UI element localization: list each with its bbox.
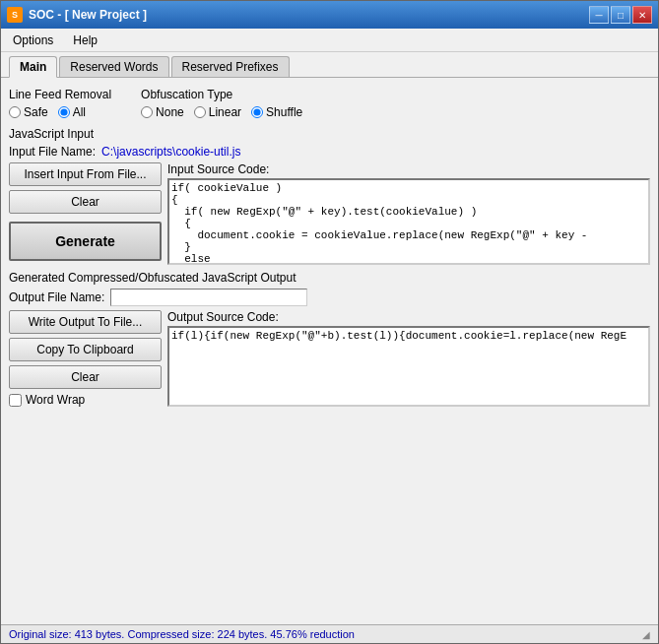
title-controls: ─ □ ✕: [589, 6, 652, 24]
radio-shuffle[interactable]: [251, 106, 263, 118]
output-source-label: Output Source Code:: [167, 310, 650, 324]
input-section-label: JavaScript Input: [9, 127, 650, 141]
line-feed-label: Line Feed Removal: [9, 88, 111, 101]
output-btn-column: Write Output To File... Copy To Clipboar…: [9, 310, 162, 407]
status-text: Original size: 413 bytes. Compressed siz…: [9, 628, 355, 640]
menu-help[interactable]: Help: [65, 32, 105, 49]
title-bar: S SOC - [ New Project ] ─ □ ✕: [1, 1, 658, 29]
output-file-row: Output File Name:: [9, 289, 650, 306]
input-btn-column: Insert Input From File... Clear Generate: [9, 162, 162, 265]
input-section: JavaScript Input Input File Name: C:\jav…: [9, 127, 650, 265]
input-file-name-label: Input File Name:: [9, 145, 96, 159]
word-wrap-label[interactable]: Word Wrap: [9, 393, 162, 407]
line-feed-all[interactable]: All: [58, 105, 86, 119]
output-section: Generated Compressed/Obfuscated JavaScri…: [9, 271, 650, 407]
input-panel-row: Insert Input From File... Clear Generate…: [9, 162, 650, 265]
input-clear-button[interactable]: Clear: [9, 190, 162, 214]
maximize-button[interactable]: □: [611, 6, 630, 24]
radio-safe[interactable]: [9, 106, 21, 118]
output-clear-button[interactable]: Clear: [9, 365, 162, 389]
title-bar-left: S SOC - [ New Project ]: [7, 7, 147, 23]
obfuscation-shuffle[interactable]: Shuffle: [251, 105, 302, 119]
main-content: Line Feed Removal Safe All Obfuscation T…: [1, 78, 658, 624]
radio-linear[interactable]: [194, 106, 206, 118]
output-source-code[interactable]: [167, 326, 650, 407]
resize-handle[interactable]: ◢: [642, 629, 650, 640]
input-source-code[interactable]: [167, 178, 650, 265]
line-feed-group: Line Feed Removal Safe All: [9, 88, 111, 119]
tab-bar: Main Reserved Words Reserved Prefixes: [1, 52, 658, 78]
output-code-wrapper: Output Source Code:: [167, 310, 650, 407]
obfuscation-radios: None Linear Shuffle: [141, 105, 302, 119]
tab-main[interactable]: Main: [9, 56, 57, 78]
radio-all[interactable]: [58, 106, 70, 118]
output-panel-row: Write Output To File... Copy To Clipboar…: [9, 310, 650, 407]
options-row: Line Feed Removal Safe All Obfuscation T…: [9, 86, 650, 121]
tab-reserved-words[interactable]: Reserved Words: [59, 56, 168, 77]
output-file-path[interactable]: [110, 289, 307, 306]
close-button[interactable]: ✕: [632, 6, 652, 24]
window-title: SOC - [ New Project ]: [29, 8, 147, 22]
obfuscation-linear[interactable]: Linear: [194, 105, 241, 119]
menu-options[interactable]: Options: [5, 32, 61, 49]
input-source-label: Input Source Code:: [167, 162, 650, 176]
output-file-name-label: Output File Name:: [9, 290, 104, 304]
output-section-label: Generated Compressed/Obfuscated JavaScri…: [9, 271, 650, 285]
input-file-path: C:\javascripts\cookie-util.js: [101, 145, 240, 159]
generate-button[interactable]: Generate: [9, 222, 162, 261]
main-window: S SOC - [ New Project ] ─ □ ✕ Options He…: [0, 0, 659, 644]
radio-none[interactable]: [141, 106, 153, 118]
insert-input-button[interactable]: Insert Input From File...: [9, 162, 162, 186]
obfuscation-group: Obfuscation Type None Linear Shuffle: [141, 88, 302, 119]
tab-reserved-prefixes[interactable]: Reserved Prefixes: [171, 56, 290, 77]
app-icon: S: [7, 7, 23, 23]
obfuscation-none[interactable]: None: [141, 105, 184, 119]
line-feed-safe[interactable]: Safe: [9, 105, 48, 119]
minimize-button[interactable]: ─: [589, 6, 609, 24]
word-wrap-checkbox[interactable]: [9, 394, 22, 407]
input-code-wrapper: Input Source Code:: [167, 162, 650, 265]
obfuscation-label: Obfuscation Type: [141, 88, 302, 101]
copy-clipboard-button[interactable]: Copy To Clipboard: [9, 338, 162, 361]
input-file-row: Input File Name: C:\javascripts\cookie-u…: [9, 145, 650, 159]
status-bar: Original size: 413 bytes. Compressed siz…: [1, 624, 658, 643]
menu-bar: Options Help: [1, 29, 658, 52]
line-feed-radios: Safe All: [9, 105, 111, 119]
write-output-button[interactable]: Write Output To File...: [9, 310, 162, 334]
